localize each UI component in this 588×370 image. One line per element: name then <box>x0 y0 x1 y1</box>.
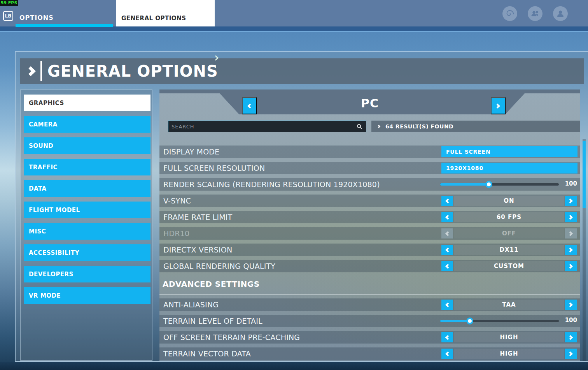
prev-value-button[interactable] <box>441 349 453 359</box>
setting-label: HDR10 <box>163 229 189 238</box>
next-value-button[interactable] <box>565 261 577 271</box>
chevron-right-icon <box>568 351 573 356</box>
setting-label: OFF SCREEN TERRAIN PRE-CACHING <box>163 333 300 342</box>
chevron-left-icon <box>445 264 450 269</box>
spiral-icon[interactable] <box>502 6 517 21</box>
platform-next-button[interactable] <box>491 97 506 114</box>
setting-value: TAA <box>454 300 564 310</box>
next-value-button[interactable] <box>565 212 577 222</box>
setting-value: 60 FPS <box>454 212 564 222</box>
top-bar-highlight <box>0 31 588 32</box>
next-value-button[interactable] <box>565 245 577 255</box>
chevron-left-icon <box>445 247 450 253</box>
next-value-button[interactable] <box>565 228 577 238</box>
sidebar-item-sound[interactable]: SOUND <box>24 137 150 154</box>
tab-general-options[interactable]: GENERAL OPTIONS <box>116 0 215 26</box>
results-count: 64 RESULT(S) FOUND <box>385 123 453 130</box>
slider-track[interactable] <box>440 320 559 322</box>
chevron-left-icon <box>445 231 450 236</box>
setting-label: RENDER SCALING (RENDERING RESOLUTION 192… <box>163 180 380 189</box>
search-input[interactable] <box>168 124 356 130</box>
prev-value-button[interactable] <box>441 228 453 238</box>
chevron-right-icon <box>568 335 573 340</box>
tab-options-underline <box>16 24 113 27</box>
tab-options[interactable]: OPTIONS <box>19 14 54 21</box>
setting-row-full-screen-resolution: FULL SCREEN RESOLUTION1920X1080 <box>159 162 580 174</box>
sidebar-item-developers[interactable]: DEVELOPERS <box>24 266 150 282</box>
sidebar-item-accessibility[interactable]: ACCESSIBILITY <box>24 244 150 261</box>
setting-value: OFF <box>454 228 564 238</box>
sidebar-item-vr-mode[interactable]: VR MODE <box>24 287 150 304</box>
fps-counter: 59 FPS <box>0 0 18 6</box>
header-divider <box>40 61 42 81</box>
chevron-left-icon <box>445 351 450 356</box>
settings-content: PC 64 RESULT(S) FOUND DISPLAY MODEFULL S… <box>159 89 580 361</box>
dropdown-button-display-mode[interactable]: FULL SCREEN <box>441 146 578 157</box>
setting-value: CUSTOM <box>454 261 564 271</box>
chevron-right-icon <box>26 66 35 76</box>
general-options-panel: GENERAL OPTIONS GRAPHICSCAMERASOUNDTRAFF… <box>15 51 588 362</box>
dropdown-button-full-screen-resolution[interactable]: 1920X1080 <box>441 163 578 174</box>
prev-value-button[interactable] <box>441 245 453 255</box>
chevron-right-icon <box>568 264 573 269</box>
sidebar-item-misc[interactable]: MISC <box>24 223 150 240</box>
chevron-right-icon <box>568 198 573 203</box>
chevron-right-icon <box>568 231 573 236</box>
setting-row-anti-aliasing: ANTI-ALIASINGTAA <box>159 298 580 311</box>
platform-title: PC <box>331 96 409 110</box>
slider-knob[interactable] <box>466 317 473 324</box>
search-box <box>168 121 366 132</box>
sidebar-item-camera[interactable]: CAMERA <box>24 116 150 133</box>
chevron-left-icon <box>445 335 450 340</box>
setting-label: V-SYNC <box>163 196 191 205</box>
sidebar-item-data[interactable]: DATA <box>24 180 150 197</box>
platform-prev-button[interactable] <box>242 97 257 114</box>
results-bar[interactable]: 64 RESULT(S) FOUND <box>371 121 580 132</box>
tab-general-options-label: GENERAL OPTIONS <box>121 15 186 22</box>
prev-value-button[interactable] <box>441 300 453 310</box>
prev-value-button[interactable] <box>441 212 453 222</box>
settings-rows: DISPLAY MODEFULL SCREENFULL SCREEN RESOL… <box>159 146 580 364</box>
profile-icon[interactable] <box>553 6 568 21</box>
search-icon <box>356 123 362 130</box>
chevron-left-icon <box>445 215 450 220</box>
top-bar <box>0 0 588 26</box>
setting-label: ANTI-ALIASING <box>163 300 219 309</box>
setting-row-hdr10: HDR10OFF <box>159 227 580 240</box>
slider-fill <box>440 320 470 322</box>
setting-row-terrain-level-of-detail: TERRAIN LEVEL OF DETAIL100 <box>159 315 580 327</box>
setting-value: HIGH <box>454 332 564 342</box>
setting-value: ON <box>454 196 564 206</box>
setting-row-display-mode: DISPLAY MODEFULL SCREEN <box>159 146 580 158</box>
sidebar-item-graphics[interactable]: GRAPHICS <box>24 95 150 111</box>
sidebar-item-traffic[interactable]: TRAFFIC <box>24 159 150 175</box>
next-value-button[interactable] <box>565 196 577 206</box>
setting-label: DIRECTX VERSION <box>163 245 232 254</box>
setting-row-render-scaling-rendering-resolution-1920x1080: RENDER SCALING (RENDERING RESOLUTION 192… <box>159 178 580 191</box>
setting-row-global-rendering-quality: GLOBAL RENDERING QUALITYCUSTOM <box>159 260 580 272</box>
setting-value: HIGH <box>454 349 564 359</box>
lb-gamepad-hint: LB <box>3 11 13 21</box>
slider-knob[interactable] <box>485 181 492 188</box>
friends-icon[interactable] <box>528 6 542 21</box>
setting-value: DX11 <box>454 245 564 255</box>
scrollbar-thumb[interactable] <box>583 141 586 208</box>
setting-label: DISPLAY MODE <box>163 147 219 156</box>
prev-value-button[interactable] <box>441 196 453 206</box>
slider-fill <box>440 183 489 186</box>
prev-value-button[interactable] <box>441 261 453 271</box>
setting-row-v-sync: V-SYNCON <box>159 195 580 207</box>
chevron-right-icon <box>568 247 573 253</box>
section-heading-label: ADVANCED SETTINGS <box>163 279 260 289</box>
sidebar-item-flight-model[interactable]: FLIGHT MODEL <box>24 202 150 218</box>
next-value-button[interactable] <box>565 300 577 310</box>
lb-label: LB <box>5 13 12 19</box>
chevron-right-icon <box>568 215 573 220</box>
next-value-button[interactable] <box>565 349 577 359</box>
chevron-right-icon <box>495 103 500 109</box>
scrollbar-track[interactable] <box>583 139 586 361</box>
page-title: GENERAL OPTIONS <box>47 62 218 80</box>
prev-value-button[interactable] <box>441 332 453 342</box>
next-value-button[interactable] <box>565 332 577 342</box>
slider-track[interactable] <box>440 183 559 186</box>
